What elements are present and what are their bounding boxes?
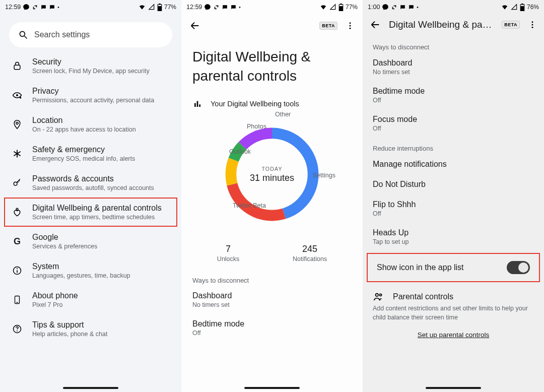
svg-point-13 — [17, 268, 18, 269]
item-sub: Off — [373, 125, 534, 132]
toggle-on[interactable] — [507, 261, 530, 274]
item-dashboard[interactable]: DashboardNo timers set — [181, 285, 363, 313]
battery-icon — [157, 4, 162, 11]
item-sub: No timers set — [373, 69, 534, 76]
svg-point-36 — [532, 21, 533, 23]
svg-point-9 — [14, 182, 17, 185]
search-settings[interactable]: Search settings — [9, 22, 172, 47]
donut-minutes: 31 minutes — [250, 172, 294, 183]
settings-row-security[interactable]: SecurityScreen lock, Find My Device, app… — [0, 51, 181, 81]
help-icon — [11, 324, 23, 334]
back-icon[interactable] — [189, 20, 200, 31]
svg-point-8 — [16, 122, 18, 124]
row-subtitle: Languages, gestures, time, backup — [32, 272, 170, 279]
bar-chart-icon — [193, 100, 201, 108]
item-title: Flip to Shhh — [373, 200, 534, 209]
back-icon[interactable] — [370, 19, 381, 30]
slack-icon — [213, 4, 220, 11]
item-focus-mode[interactable]: Focus modeOff — [363, 109, 544, 138]
show-icon-toggle-row[interactable]: Show icon in the app list — [367, 253, 540, 282]
svg-point-38 — [532, 27, 533, 28]
people-icon — [373, 291, 384, 302]
search-icon — [18, 30, 28, 40]
donut-label-twitter: Twitter Beta — [233, 202, 266, 209]
overflow-menu-icon[interactable] — [528, 20, 537, 29]
item-bedtime-mode[interactable]: Bedtime modeOff — [181, 313, 363, 342]
chat-icon — [230, 4, 237, 11]
page-title: Digital Wellbeing & parental controls — [181, 37, 363, 91]
item-title: Manage notifications — [373, 160, 534, 169]
stat-label: Unlocks — [217, 255, 239, 263]
svg-point-40 — [380, 294, 382, 296]
svg-point-22 — [350, 25, 351, 27]
chat-icon — [40, 4, 47, 11]
toggle-label: Show icon in the app list — [377, 263, 464, 272]
item-sub: Off — [192, 330, 352, 337]
nav-gesture-bar[interactable] — [63, 387, 118, 389]
overflow-dot: • — [417, 5, 419, 10]
row-title: Digital Wellbeing & parental controls — [32, 204, 170, 213]
settings-row-system[interactable]: SystemLanguages, gestures, time, backup — [0, 256, 181, 285]
item-sub: Off — [373, 210, 534, 217]
svg-rect-25 — [197, 101, 198, 106]
phone-icon — [11, 295, 23, 305]
svg-point-10 — [16, 208, 18, 210]
wellbeing-scrolled-screen: 1:00 • 76% Digital Wellbeing & pare... B… — [363, 0, 544, 392]
settings-row-google[interactable]: GGoogleServices & preferences — [0, 227, 181, 256]
settings-row-tips-support[interactable]: Tips & supportHelp articles, phone & cha… — [0, 314, 181, 344]
settings-row-privacy[interactable]: PrivacyPermissions, account activity, pe… — [0, 81, 181, 110]
page-title: Digital Wellbeing & pare... — [389, 19, 494, 30]
item-flip-to-shhh[interactable]: Flip to ShhhOff — [363, 194, 544, 223]
row-subtitle: On - 22 apps have access to location — [32, 126, 170, 133]
status-bar: 12:59 • 77% — [181, 0, 363, 14]
svg-point-17 — [17, 331, 18, 332]
item-bedtime-mode[interactable]: Bedtime modeOff — [363, 81, 544, 109]
overflow-dot: • — [239, 5, 241, 10]
disconnect-header: Ways to disconnect — [363, 39, 544, 53]
svg-point-7 — [20, 97, 21, 98]
row-subtitle: Saved passwords, autofill, synced accoun… — [32, 184, 170, 191]
svg-rect-20 — [339, 6, 343, 11]
item-title: Focus mode — [373, 115, 534, 124]
setup-parental-link[interactable]: Set up parental controls — [363, 329, 544, 341]
settings-row-safety-emergency[interactable]: Safety & emergencyEmergency SOS, medical… — [0, 139, 181, 168]
stat-label: Notifications — [293, 255, 327, 263]
settings-row-passwords-accounts[interactable]: Passwords & accountsSaved passwords, aut… — [0, 168, 181, 198]
overflow-menu-icon[interactable] — [346, 21, 355, 30]
messenger-icon — [382, 4, 389, 11]
battery-text: 77% — [164, 4, 176, 11]
stat-notifications[interactable]: 245 Notifications — [293, 244, 327, 263]
item-title: Bedtime mode — [192, 319, 352, 329]
svg-rect-35 — [520, 6, 524, 11]
clock-text: 12:59 — [5, 4, 21, 11]
item-manage-notifications[interactable]: Manage notifications — [363, 154, 544, 174]
battery-icon — [338, 4, 344, 11]
nav-gesture-bar[interactable] — [426, 387, 481, 389]
chat-icon — [49, 4, 55, 11]
wifi-icon — [319, 4, 327, 11]
settings-row-digital-wellbeing-parental-controls[interactable]: Digital Wellbeing & parental controlsScr… — [4, 198, 177, 227]
status-bar: 12:59 • 77% — [0, 0, 181, 14]
row-title: Google — [32, 233, 170, 242]
svg-point-3 — [20, 31, 25, 36]
item-do-not-disturb[interactable]: Do Not Disturb — [363, 174, 544, 194]
chat-icon — [408, 4, 415, 11]
donut-label-outlook: Outlook — [229, 148, 251, 155]
donut-label-photos: Photos — [247, 123, 266, 130]
stat-unlocks[interactable]: 7 Unlocks — [217, 244, 239, 263]
item-dashboard[interactable]: DashboardNo timers set — [363, 53, 544, 81]
nav-gesture-bar[interactable] — [244, 387, 300, 389]
search-placeholder: Search settings — [34, 30, 90, 39]
item-heads-up[interactable]: Heads UpTap to set up — [363, 223, 544, 251]
settings-row-about-phone[interactable]: About phonePixel 7 Pro — [0, 285, 181, 314]
battery-icon — [520, 4, 525, 11]
row-title: Tips & support — [32, 320, 170, 330]
parental-controls-row[interactable]: Parental controls — [363, 285, 544, 304]
item-title: Dashboard — [373, 58, 534, 68]
messenger-icon — [23, 4, 30, 11]
settings-row-location[interactable]: LocationOn - 22 apps have access to loca… — [0, 110, 181, 139]
item-title: Heads Up — [373, 228, 534, 237]
usage-donut[interactable]: TODAY 31 minutes Other Photos Outlook Tw… — [212, 114, 332, 235]
usage-stats: 7 Unlocks 245 Notifications — [181, 235, 363, 268]
battery-text: 77% — [346, 4, 358, 11]
